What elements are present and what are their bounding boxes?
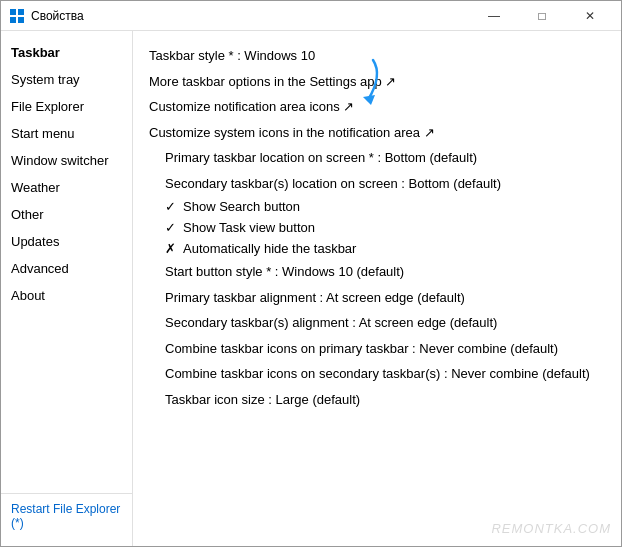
setting-combine-secondary: Combine taskbar icons on secondary taskb… bbox=[149, 361, 605, 387]
sidebar-item-window-switcher[interactable]: Window switcher bbox=[1, 147, 132, 174]
title-bar: Свойства — □ ✕ bbox=[1, 1, 621, 31]
check-icon-taskview: ✓ bbox=[165, 220, 183, 235]
setting-more-taskbar-options[interactable]: More taskbar options in the Settings app… bbox=[149, 69, 605, 95]
main-panel: Taskbar style * : Windows 10 More taskba… bbox=[133, 31, 621, 546]
minimize-button[interactable]: — bbox=[471, 1, 517, 31]
content-area: Taskbar System tray File Explorer Start … bbox=[1, 31, 621, 546]
window-icon bbox=[9, 8, 25, 24]
sidebar-item-file-explorer[interactable]: File Explorer bbox=[1, 93, 132, 120]
check-icon-search: ✓ bbox=[165, 199, 183, 214]
show-task-view-label: Show Task view button bbox=[183, 220, 315, 235]
close-button[interactable]: ✕ bbox=[567, 1, 613, 31]
sidebar-item-advanced[interactable]: Advanced bbox=[1, 255, 132, 282]
auto-hide-label: Automatically hide the taskbar bbox=[183, 241, 356, 256]
setting-combine-primary: Combine taskbar icons on primary taskbar… bbox=[149, 336, 605, 362]
sidebar-item-updates[interactable]: Updates bbox=[1, 228, 132, 255]
setting-secondary-location: Secondary taskbar(s) location on screen … bbox=[149, 171, 605, 197]
setting-show-task-view[interactable]: ✓ Show Task view button bbox=[149, 217, 605, 238]
watermark: REMONTKA.COM bbox=[491, 521, 611, 536]
sidebar-item-weather[interactable]: Weather bbox=[1, 174, 132, 201]
show-search-label: Show Search button bbox=[183, 199, 300, 214]
setting-primary-location: Primary taskbar location on screen * : B… bbox=[149, 145, 605, 171]
sidebar-item-system-tray[interactable]: System tray bbox=[1, 66, 132, 93]
sidebar: Taskbar System tray File Explorer Start … bbox=[1, 31, 133, 546]
window-title: Свойства bbox=[31, 9, 471, 23]
svg-rect-1 bbox=[18, 9, 24, 15]
setting-taskbar-style: Taskbar style * : Windows 10 bbox=[149, 43, 605, 69]
sidebar-item-taskbar[interactable]: Taskbar bbox=[1, 39, 132, 66]
sidebar-item-start-menu[interactable]: Start menu bbox=[1, 120, 132, 147]
svg-rect-2 bbox=[10, 17, 16, 23]
setting-customize-notification[interactable]: Customize notification area icons ↗ bbox=[149, 94, 605, 120]
setting-customize-system-icons[interactable]: Customize system icons in the notificati… bbox=[149, 120, 605, 146]
setting-icon-size: Taskbar icon size : Large (default) bbox=[149, 387, 605, 413]
setting-primary-alignment: Primary taskbar alignment : At screen ed… bbox=[149, 285, 605, 311]
svg-rect-0 bbox=[10, 9, 16, 15]
setting-auto-hide[interactable]: ✗ Automatically hide the taskbar bbox=[149, 238, 605, 259]
main-window: Свойства — □ ✕ Taskbar System tray File … bbox=[0, 0, 622, 547]
svg-rect-3 bbox=[18, 17, 24, 23]
sidebar-item-other[interactable]: Other bbox=[1, 201, 132, 228]
maximize-button[interactable]: □ bbox=[519, 1, 565, 31]
sidebar-item-about[interactable]: About bbox=[1, 282, 132, 309]
setting-start-button-style: Start button style * : Windows 10 (defau… bbox=[149, 259, 605, 285]
setting-show-search[interactable]: ✓ Show Search button bbox=[149, 196, 605, 217]
restart-file-explorer-link[interactable]: Restart File Explorer (*) bbox=[1, 493, 132, 538]
setting-secondary-alignment: Secondary taskbar(s) alignment : At scre… bbox=[149, 310, 605, 336]
window-controls: — □ ✕ bbox=[471, 1, 613, 31]
cross-icon-autohide: ✗ bbox=[165, 241, 183, 256]
